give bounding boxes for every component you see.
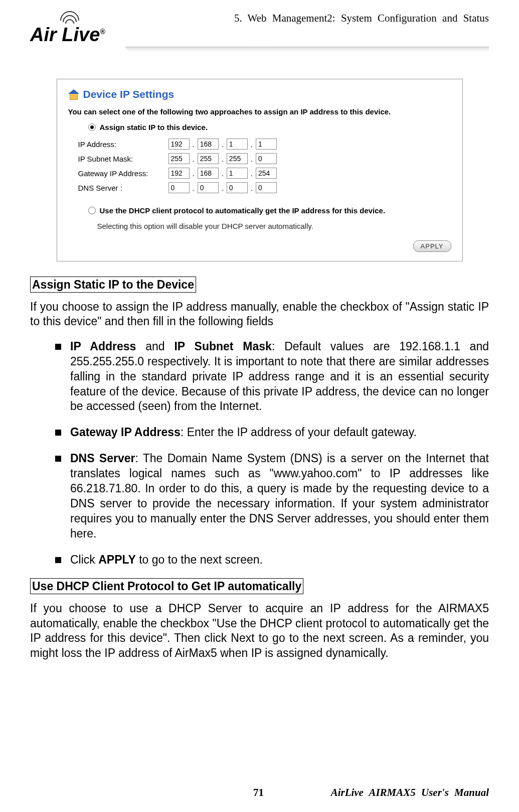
bullet-dns: DNS Server: The Domain Name System (DNS)…	[55, 451, 489, 541]
gw-octet-3[interactable]: 1	[227, 168, 248, 179]
mask-octet-4[interactable]: 0	[256, 153, 277, 164]
ip-octet-4[interactable]: 1	[256, 139, 277, 150]
bullet-gateway: Gateway IP Address: Enter the IP address…	[55, 425, 489, 440]
brand-logo: Air Live®	[30, 10, 105, 46]
bullet-ip-subnet: IP Address and IP Subnet Mask: Default v…	[55, 339, 489, 414]
mask-octet-3[interactable]: 255	[227, 153, 248, 164]
radio-icon	[88, 207, 96, 214]
dns-octet-4[interactable]: 0	[256, 182, 277, 193]
gw-octet-4[interactable]: 254	[256, 168, 277, 179]
ip-octet-3[interactable]: 1	[227, 139, 248, 150]
page-footer: 71 AirLive AIRMAX5 User's Manual	[30, 786, 489, 799]
gw-octet-2[interactable]: 168	[198, 168, 219, 179]
section2-para: If you choose to use a DHCP Server to ac…	[30, 601, 489, 660]
dns-octet-1[interactable]: 0	[168, 182, 190, 193]
dns-octet-2[interactable]: 0	[198, 182, 219, 193]
radio-dhcp-label: Use the DHCP client protocol to automati…	[100, 206, 386, 215]
radio-assign-static[interactable]: Assign static IP to this device.	[88, 123, 451, 131]
device-ip-settings-screenshot: Device IP Settings You can select one of…	[57, 79, 463, 261]
bullet-apply: Click APPLY to go to the next screen.	[55, 553, 489, 568]
section1-para: If you choose to assign the IP address m…	[30, 300, 489, 329]
mask-octet-1[interactable]: 255	[168, 153, 190, 164]
gateway-label: Gateway IP Address:	[78, 169, 168, 178]
page-number: 71	[253, 786, 264, 799]
logo-registered: ®	[100, 28, 105, 36]
radio-use-dhcp[interactable]: Use the DHCP client protocol to automati…	[88, 206, 451, 215]
ip-address-label: IP Address:	[78, 140, 168, 149]
section1-heading: Assign Static IP to the Device	[30, 277, 196, 293]
chapter-heading: 5. Web Management2: System Configuration…	[234, 10, 489, 25]
home-icon	[68, 89, 79, 99]
apply-button[interactable]: APPLY	[413, 240, 451, 252]
panel-intro-text: You can select one of the following two …	[68, 107, 451, 116]
dns-label: DNS Server :	[78, 184, 168, 192]
radio-static-label: Assign static IP to this device.	[100, 123, 208, 131]
gw-octet-1[interactable]: 192	[168, 168, 190, 179]
manual-title: AirLive AIRMAX5 User's Manual	[331, 786, 489, 799]
panel-title: Device IP Settings	[83, 88, 175, 100]
header-divider	[125, 47, 489, 54]
subnet-mask-label: IP Subnet Mask:	[78, 155, 168, 163]
ip-octet-2[interactable]: 168	[198, 139, 219, 150]
radio-icon	[88, 123, 96, 131]
mask-octet-2[interactable]: 255	[198, 153, 219, 164]
ip-octet-1[interactable]: 192	[168, 139, 190, 150]
section2-heading: Use DHCP Client Protocol to Get IP autom…	[30, 578, 303, 594]
dhcp-note-text: Selecting this option will disable your …	[97, 222, 451, 230]
dns-octet-3[interactable]: 0	[227, 182, 248, 193]
section1-bullet-list: IP Address and IP Subnet Mask: Default v…	[30, 339, 489, 568]
